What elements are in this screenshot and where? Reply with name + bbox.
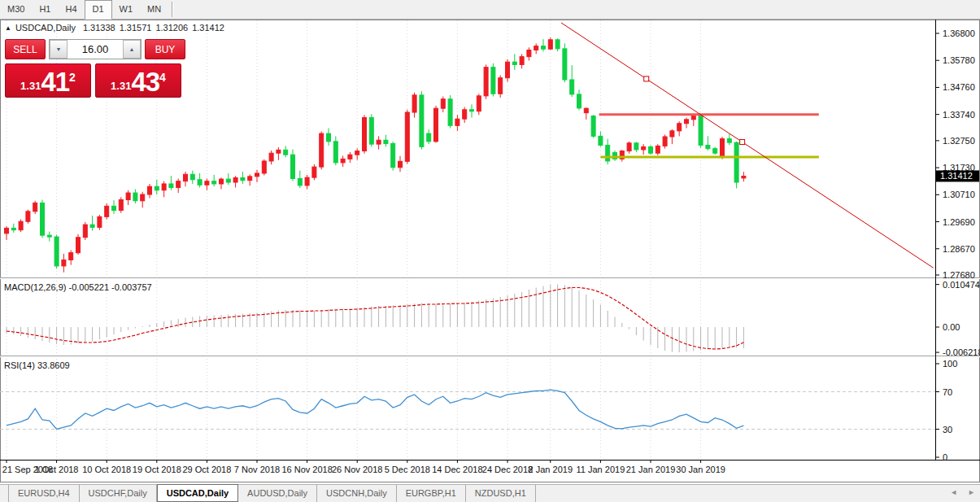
- chart-tab-nzdusd-h1[interactable]: NZDUSD,H1: [466, 485, 536, 502]
- candle-body: [277, 150, 281, 153]
- timeframe-tab-m30[interactable]: M30: [0, 0, 32, 19]
- chart-tab-usdcnh-daily[interactable]: USDCNH,Daily: [317, 485, 397, 502]
- panel-collapse-icon[interactable]: ▲: [5, 24, 11, 32]
- candle-body: [656, 146, 660, 153]
- candle-body: [685, 120, 689, 124]
- buy-button[interactable]: BUY: [145, 39, 185, 59]
- candle-body: [298, 178, 302, 185]
- scroll-left-icon[interactable]: ◄: [950, 488, 957, 496]
- candle-body: [148, 186, 152, 194]
- timeframe-tab-w1[interactable]: W1: [112, 0, 141, 19]
- candle-body: [427, 133, 431, 142]
- candle-body: [742, 176, 746, 177]
- candle-body: [706, 145, 710, 148]
- candle-body: [506, 62, 510, 78]
- volume-decrease-icon[interactable]: ▼: [50, 40, 68, 59]
- price-axis-label: 1.32750: [943, 136, 975, 146]
- candle-body: [105, 206, 109, 216]
- price-axis-label: 1.27680: [943, 270, 975, 280]
- candle-body: [477, 96, 481, 111]
- macd-axis-label: -0.006218: [943, 347, 980, 357]
- candle-body: [11, 228, 15, 229]
- candle-body: [98, 216, 102, 227]
- rsi-line: [7, 390, 743, 429]
- ask-price-display[interactable]: 1.31 43 4: [95, 63, 181, 98]
- trendline[interactable]: [561, 23, 934, 268]
- candle-body: [534, 46, 538, 50]
- date-axis-label: 5 Dec 2018: [385, 465, 430, 474]
- candle-body: [233, 177, 237, 182]
- candle-body: [570, 80, 574, 94]
- candle-body: [69, 253, 73, 260]
- chart-tab-eurgbp-h1[interactable]: EURGBP,H1: [397, 485, 466, 502]
- candle-body: [555, 40, 560, 49]
- chart-tab-eurusd-h4[interactable]: EURUSD,H4: [8, 485, 80, 502]
- candle-body: [455, 119, 460, 125]
- candle-body: [548, 40, 552, 49]
- price-axis-label: 1.36800: [943, 28, 975, 38]
- candle-body: [691, 116, 695, 120]
- date-axis-label: 30 Jan 2019: [676, 465, 725, 474]
- chart-tab-usdcad-daily[interactable]: USDCAD,Daily: [157, 484, 238, 502]
- candle-body: [184, 174, 188, 181]
- ask-pips: 43: [131, 68, 159, 95]
- date-axis-label: 19 Oct 2018: [133, 465, 181, 474]
- timeframe-tab-h1[interactable]: H1: [32, 0, 58, 19]
- price-axis-label: 1.29690: [943, 217, 975, 227]
- candle-body: [527, 50, 531, 57]
- chart-tab-audusd-daily[interactable]: AUDUSD,Daily: [238, 485, 317, 502]
- candle-body: [649, 146, 653, 153]
- rsi-axis-label: 100: [943, 359, 957, 369]
- scroll-right-icon[interactable]: ►: [968, 488, 975, 496]
- candle-body: [76, 238, 81, 253]
- ohlc-low: 1.31206: [155, 23, 188, 33]
- date-axis-label: 11 Jan 2019: [577, 465, 625, 474]
- candle-body: [305, 177, 309, 186]
- candle-body: [291, 155, 295, 178]
- candle-body: [54, 237, 59, 266]
- macd-axis-label: 0.010474: [943, 280, 980, 290]
- bid-price-display[interactable]: 1.31 41 2: [5, 63, 91, 98]
- candle-body: [320, 133, 324, 167]
- rsi-axis-label: 30: [943, 425, 952, 434]
- date-axis-label: 26 Nov 2018: [332, 465, 382, 474]
- timeframe-tab-mn[interactable]: MN: [140, 0, 168, 19]
- candle-body: [699, 116, 703, 146]
- volume-input[interactable]: 16.00: [68, 40, 123, 59]
- trendline-handle[interactable]: [740, 140, 745, 145]
- sell-button[interactable]: SELL: [5, 39, 46, 59]
- ask-prefix: 1.31: [111, 80, 131, 92]
- chart-tab-usdchf-daily[interactable]: USDCHF,Daily: [80, 485, 157, 502]
- candle-body: [642, 146, 646, 150]
- candle-body: [190, 174, 194, 180]
- candle-body: [155, 186, 159, 190]
- date-axis-label: 21 Jan 2019: [626, 465, 676, 474]
- ask-point: 4: [159, 71, 166, 84]
- timeframe-tab-d1[interactable]: D1: [85, 0, 112, 20]
- candle-body: [226, 179, 230, 182]
- macd-signal-line: [7, 288, 743, 350]
- macd-axis-label: 0.00: [943, 322, 960, 332]
- toolbar-divider: [172, 2, 173, 17]
- price-axis-label: 1.33740: [943, 110, 975, 120]
- candle-body: [499, 78, 503, 94]
- trendline-handle[interactable]: [644, 76, 649, 81]
- candle-body: [176, 181, 181, 188]
- volume-stepper: ▼ 16.00 ▲: [49, 39, 142, 59]
- candle-body: [262, 161, 266, 173]
- candle-body: [255, 173, 259, 177]
- candle-body: [721, 139, 725, 157]
- candle-body: [5, 228, 9, 234]
- volume-increase-icon[interactable]: ▲: [123, 40, 141, 59]
- candle-body: [542, 46, 546, 50]
- ohlc-open: 1.31338: [83, 23, 115, 33]
- bid-prefix: 1.31: [20, 80, 41, 92]
- candle-body: [591, 116, 595, 137]
- macd-pane-label: MACD(12,26,9) -0.005221 -0.003757: [4, 282, 152, 292]
- candle-body: [212, 181, 216, 184]
- candle-body: [363, 118, 367, 151]
- candle-body: [448, 99, 452, 126]
- candle-body: [312, 167, 316, 177]
- chart-tab-bar: EURUSD,H4USDCHF,DailyUSDCAD,DailyAUDUSD,…: [0, 484, 980, 502]
- timeframe-tab-h4[interactable]: H4: [58, 0, 84, 19]
